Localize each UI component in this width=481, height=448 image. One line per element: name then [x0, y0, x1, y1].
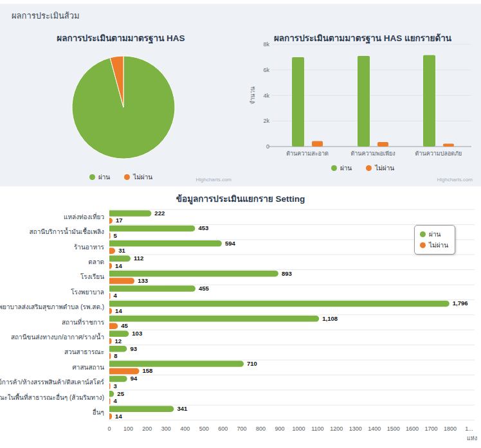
- x-tick-label: 600: [218, 426, 228, 432]
- legend-label-pass: ผ่าน: [340, 163, 352, 173]
- bar-pass[interactable]: [109, 285, 195, 292]
- category-label: สถานีขนส่งทางบก/อากาศ/ราง/น้ำ: [11, 332, 104, 341]
- x-tick-label: 1500: [387, 426, 400, 432]
- y-tick-label: 2k: [263, 118, 269, 124]
- bar-fail[interactable]: [109, 263, 112, 269]
- bar-pass[interactable]: [109, 361, 244, 367]
- legend-label-fail: ไม่ผ่าน: [429, 240, 448, 250]
- value-label-fail: 31: [118, 247, 125, 254]
- value-label-fail: 12: [115, 337, 122, 345]
- column-fail[interactable]: [443, 143, 454, 147]
- x-tick-label: 800: [256, 426, 266, 432]
- legend-label-fail: ไม่ผ่าน: [133, 172, 152, 182]
- bar-pass[interactable]: [109, 406, 174, 413]
- legend-item-pass[interactable]: ผ่าน: [420, 229, 448, 240]
- column-pass[interactable]: [358, 56, 370, 147]
- value-label-pass: 594: [225, 240, 236, 247]
- bar-fail[interactable]: [109, 413, 112, 420]
- x-tick-label: 1800: [444, 426, 457, 432]
- x-tick-label: 1000: [292, 426, 305, 432]
- column-chart-card: ผลการประเมินตามมาตรฐาน HAS แยกรายด้าน 02…: [248, 27, 478, 186]
- y-tick-label: 4k: [263, 93, 269, 99]
- value-label-pass: 25: [117, 390, 124, 397]
- bar-fail[interactable]: [109, 218, 113, 224]
- pie-chart-plot[interactable]: [5, 46, 237, 162]
- x-tick-label: 1200: [330, 426, 343, 432]
- column-chart-plot[interactable]: 02k4k6k8kจำนวนด้านความสะอาดด้านความพอเพี…: [248, 39, 478, 162]
- x-tick-label: 500: [199, 426, 209, 432]
- value-label-pass: 1,796: [453, 300, 468, 307]
- x-tick-label: 1600: [406, 426, 419, 432]
- category-label: โรงพยาบาลส่งเสริมสุขภาพตำบล (รพ.สต.): [0, 303, 104, 311]
- bar-pass[interactable]: [109, 331, 129, 337]
- category-label: สถานที่ราชการ: [62, 318, 105, 326]
- bar-fail[interactable]: [109, 293, 111, 300]
- bar-fail[interactable]: [109, 383, 111, 390]
- column-fail[interactable]: [312, 141, 323, 147]
- fail-legend-dot-icon: [420, 242, 426, 248]
- y-tick-label: 8k: [263, 41, 269, 48]
- x-tick-label: 1400: [368, 426, 381, 432]
- bar-pass[interactable]: [109, 240, 222, 247]
- has-results-panel: ผลการประเมินส้วม ผลการประเมินตามมาตรฐาน …: [0, 4, 481, 186]
- bar-pass[interactable]: [109, 256, 131, 262]
- bar-fail[interactable]: [109, 248, 115, 255]
- value-label-fail: 14: [115, 262, 122, 269]
- column-fail[interactable]: [377, 142, 388, 147]
- bar-pass[interactable]: [109, 210, 151, 217]
- value-label-pass: 103: [132, 330, 142, 337]
- category-label: ศาสนสถาน: [72, 364, 104, 371]
- y-tick-label: 6k: [263, 67, 269, 73]
- category-label: ร้านอาหาร: [74, 244, 105, 251]
- value-label-fail: 4: [114, 292, 118, 299]
- bar-fail[interactable]: [109, 338, 112, 345]
- bar-pass[interactable]: [109, 301, 449, 307]
- bar-fail[interactable]: [109, 233, 111, 239]
- highcharts-credit-link[interactable]: Highcharts.com: [437, 177, 473, 183]
- value-label-pass: 94: [131, 375, 138, 382]
- value-label-fail: 158: [143, 367, 153, 374]
- x-tick-label: 1300: [349, 426, 362, 432]
- value-label-pass: 93: [130, 345, 137, 352]
- bar-fail[interactable]: [109, 399, 111, 405]
- bar-pass[interactable]: [109, 271, 278, 277]
- x-tick-label: 1700: [425, 426, 438, 432]
- bar-pass[interactable]: [109, 346, 127, 352]
- category-label: ส้วมสาธารณะในพื้นที่สาธารณะอื่นๆ (ส้วมริ…: [0, 393, 104, 401]
- bar-fail[interactable]: [109, 278, 134, 284]
- legend-item-pass[interactable]: ผ่าน: [331, 163, 352, 173]
- bar-pass[interactable]: [109, 376, 127, 382]
- bar-fail[interactable]: [109, 368, 140, 375]
- x-tick-label: 200: [142, 426, 152, 432]
- x-axis-title: แห่ง: [467, 435, 477, 442]
- value-label-pass: 112: [134, 255, 143, 262]
- x-tick-label: 1100: [311, 426, 323, 432]
- legend-item-fail[interactable]: ไม่ผ่าน: [420, 240, 448, 251]
- legend-item-fail[interactable]: ไม่ผ่าน: [366, 163, 394, 173]
- category-label: โรงพยาบาล: [71, 288, 104, 296]
- value-label-fail: 17: [116, 217, 123, 224]
- category-label: สถานีบริการน้ำมันเชื้อเพลิง: [30, 227, 105, 235]
- x-tick-label: 400: [180, 426, 190, 432]
- legend-item-pass[interactable]: ผ่าน: [89, 172, 110, 182]
- x-category-label: ด้านความปลอดภัย: [415, 150, 462, 157]
- setting-legend-box: ผ่าน ไม่ผ่าน: [414, 225, 455, 255]
- pass-legend-dot-icon: [331, 165, 337, 171]
- bar-pass[interactable]: [109, 316, 319, 322]
- highcharts-credit-link[interactable]: Highcharts.com: [195, 177, 231, 183]
- column-pass[interactable]: [292, 57, 304, 147]
- bar-pass[interactable]: [109, 391, 114, 397]
- x-tick-label: 0: [107, 426, 111, 432]
- bar-pass[interactable]: [109, 226, 195, 232]
- setting-chart-plot[interactable]: แหล่งท่องเที่ยว22217สถานีบริการน้ำมันเชื…: [0, 201, 481, 448]
- setting-chart-card: ข้อมูลการประเมินแยกราย Setting แหล่งท่อง…: [0, 188, 481, 448]
- pie-chart-card: ผลการประเมินตามมาตรฐาน HAS ผ่าน ไม่ผ่าน …: [5, 27, 237, 186]
- section-title: ผลการประเมินส้วม: [12, 9, 80, 22]
- bar-fail[interactable]: [109, 308, 112, 314]
- legend-item-fail[interactable]: ไม่ผ่าน: [124, 172, 152, 182]
- x-tick-label: 300: [161, 426, 171, 432]
- bar-fail[interactable]: [109, 353, 111, 359]
- column-pass[interactable]: [423, 55, 435, 147]
- x-tick-label: 700: [237, 426, 247, 432]
- bar-fail[interactable]: [109, 323, 118, 330]
